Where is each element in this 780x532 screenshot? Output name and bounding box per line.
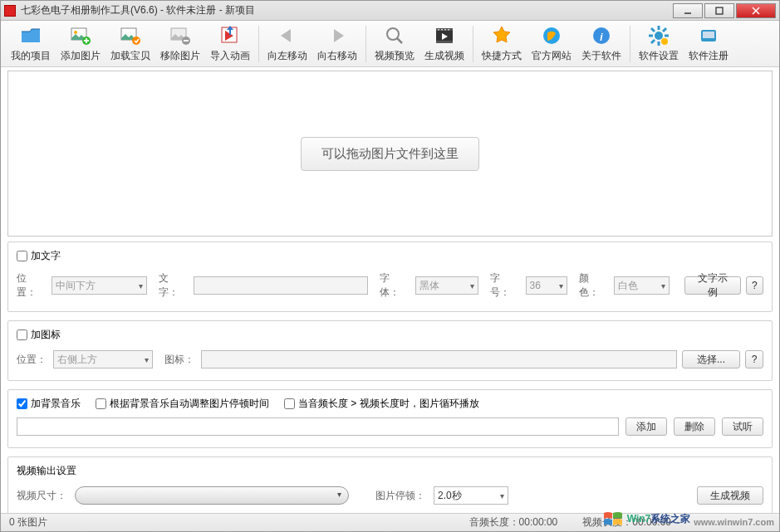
tool-label: 添加图片 xyxy=(61,49,101,63)
icon-path-input[interactable] xyxy=(201,350,677,368)
tool-load-baby[interactable]: 加载宝贝 xyxy=(105,22,155,66)
tool-label: 软件注册 xyxy=(689,49,728,63)
music-preview-button[interactable]: 试听 xyxy=(722,417,763,436)
icon-position-select[interactable]: 右侧上方 xyxy=(53,350,153,368)
svg-rect-18 xyxy=(441,29,443,31)
tool-move-left[interactable]: 向左移动 xyxy=(262,22,312,66)
svg-rect-35 xyxy=(703,32,714,38)
tool-about[interactable]: i关于软件 xyxy=(576,22,626,66)
maximize-button[interactable] xyxy=(704,3,734,18)
load-baby-icon xyxy=(119,24,142,47)
build-video-icon xyxy=(433,24,456,47)
text-position-label: 位置： xyxy=(17,271,45,300)
app-icon xyxy=(4,5,16,17)
import-anim-icon xyxy=(218,24,242,47)
video-size-select[interactable] xyxy=(75,486,349,505)
icon-panel: 加图标 位置： 右侧上方 图标： 选择... ? xyxy=(7,320,773,381)
svg-line-13 xyxy=(397,38,402,43)
svg-rect-17 xyxy=(438,29,439,31)
video-size-label: 视频尺寸： xyxy=(17,489,66,503)
status-video-length: 视频长度：00:00:00 xyxy=(582,515,671,530)
image-pause-label: 图片停顿： xyxy=(375,489,425,503)
text-help-button[interactable]: ? xyxy=(746,276,763,295)
official-site-icon xyxy=(540,24,563,47)
tool-my-projects[interactable]: 我的项目 xyxy=(6,22,56,66)
music-add-button[interactable]: 添加 xyxy=(625,417,667,436)
text-size-label: 字号： xyxy=(490,271,518,300)
icon-choose-button[interactable]: 选择... xyxy=(682,350,740,368)
remove-image-icon xyxy=(169,24,192,47)
minimize-button[interactable] xyxy=(673,3,703,18)
move-left-icon xyxy=(276,24,299,47)
svg-line-32 xyxy=(663,28,666,32)
tool-build-video[interactable]: 生成视频 xyxy=(419,22,469,66)
tool-label: 软件设置 xyxy=(639,49,679,63)
music-delete-button[interactable]: 删除 xyxy=(674,417,715,436)
window-title: 七彩色电子相册制作工具(V6.6) - 软件未注册 - 新项目 xyxy=(21,3,671,17)
add-text-checkbox[interactable] xyxy=(17,251,27,261)
auto-adjust-label: 根据背景音乐自动调整图片停顿时间 xyxy=(110,397,269,411)
tool-label: 移除图片 xyxy=(160,49,200,63)
text-color-label: 颜色： xyxy=(579,271,607,300)
about-icon: i xyxy=(590,24,613,47)
svg-line-31 xyxy=(651,40,655,43)
music-path-input[interactable] xyxy=(17,417,619,436)
text-position-select[interactable]: 中间下方 xyxy=(52,276,147,295)
main-toolbar: 我的项目添加图片加载宝贝移除图片导入动画向左移动向右移动视频预览生成视频快捷方式… xyxy=(1,21,779,67)
auto-adjust-checkbox[interactable] xyxy=(96,398,106,409)
text-color-select[interactable]: 白色 xyxy=(614,276,670,295)
tool-preview-video[interactable]: 视频预览 xyxy=(370,22,419,66)
tool-add-image[interactable]: 添加图片 xyxy=(56,22,105,66)
tool-label: 向右移动 xyxy=(317,49,357,63)
tool-settings[interactable]: 软件设置 xyxy=(634,22,684,66)
music-panel: 加背景音乐 根据背景音乐自动调整图片停顿时间 当音频长度 > 视频长度时，图片循… xyxy=(7,389,773,448)
tool-label: 导入动画 xyxy=(210,49,250,63)
loop-checkbox[interactable] xyxy=(284,398,295,409)
svg-point-8 xyxy=(132,37,140,45)
icon-path-label: 图标： xyxy=(164,353,194,367)
status-bar: 0 张图片 音频长度：00:00:00 视频长度：00:00:00 xyxy=(1,513,779,531)
tool-shortcut[interactable]: 快捷方式 xyxy=(477,22,527,66)
image-drop-area[interactable]: 可以拖动图片文件到这里 xyxy=(7,71,773,237)
tool-move-right[interactable]: 向右移动 xyxy=(312,22,362,66)
add-icon-checkbox[interactable] xyxy=(17,329,27,340)
preview-video-icon xyxy=(383,24,406,47)
tool-label: 加载宝贝 xyxy=(110,49,150,63)
my-projects-icon xyxy=(19,24,42,47)
tool-label: 快捷方式 xyxy=(482,49,522,63)
tool-remove-image[interactable]: 移除图片 xyxy=(155,22,205,66)
image-pause-select[interactable]: 2.0秒 xyxy=(434,486,508,505)
settings-icon xyxy=(647,24,670,47)
tool-import-anim[interactable]: 导入动画 xyxy=(205,22,255,66)
register-icon xyxy=(697,24,720,47)
add-icon-label: 加图标 xyxy=(31,328,61,342)
build-video-button[interactable]: 生成视频 xyxy=(697,486,763,505)
text-content-input[interactable] xyxy=(194,276,368,295)
tool-label: 我的项目 xyxy=(11,49,51,63)
svg-point-33 xyxy=(661,38,668,45)
text-font-select[interactable]: 黑体 xyxy=(415,276,479,295)
tool-label: 关于软件 xyxy=(581,49,621,63)
bgm-label: 加背景音乐 xyxy=(31,397,81,411)
text-size-select[interactable]: 36 xyxy=(526,276,567,295)
tool-register[interactable]: 软件注册 xyxy=(684,22,733,66)
tool-label: 官方网站 xyxy=(532,49,572,63)
bgm-checkbox[interactable] xyxy=(17,398,27,409)
icon-help-button[interactable]: ? xyxy=(745,350,763,368)
status-image-count: 0 张图片 xyxy=(9,515,47,530)
tool-label: 视频预览 xyxy=(375,49,415,63)
svg-point-12 xyxy=(387,28,399,40)
icon-position-label: 位置： xyxy=(17,353,47,367)
text-example-button[interactable]: 文字示例 xyxy=(684,276,741,295)
text-panel: 加文字 位置： 中间下方 文字： 字体： 黑体 字号： 36 颜色： 白色 文字… xyxy=(7,242,773,312)
svg-rect-20 xyxy=(448,29,449,31)
close-button[interactable] xyxy=(736,3,776,18)
tool-label: 生成视频 xyxy=(424,49,464,63)
add-text-label: 加文字 xyxy=(31,249,61,263)
output-panel-title: 视频输出设置 xyxy=(17,464,76,478)
loop-label: 当音频长度 > 视频长度时，图片循环播放 xyxy=(298,397,479,411)
text-font-label: 字体： xyxy=(380,271,408,300)
tool-official-site[interactable]: 官方网站 xyxy=(527,22,576,66)
svg-rect-19 xyxy=(444,29,446,31)
svg-rect-16 xyxy=(436,41,453,43)
